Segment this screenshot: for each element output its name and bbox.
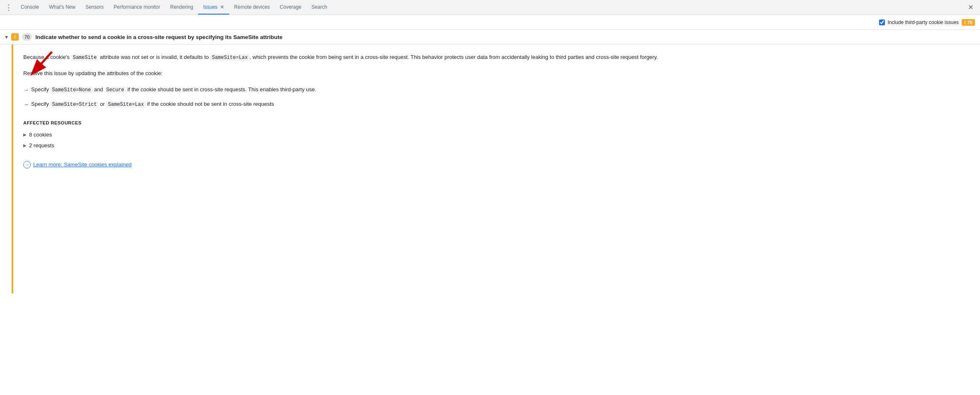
learn-more-link[interactable]: Learn more: SameSite cookies explained: [33, 160, 132, 169]
tab-rendering-label: Rendering: [170, 4, 193, 10]
resource-requests-label: 2 requests: [29, 141, 54, 150]
exclamation-icon: !: [964, 20, 966, 25]
tab-whats-new[interactable]: What's New: [44, 0, 81, 15]
resource-cookies[interactable]: ▶ 8 cookies: [23, 130, 963, 139]
issue-header-row: ▾ ! 70 Indicate whether to send a cookie…: [0, 30, 980, 44]
issue-count-circle: 70: [22, 33, 32, 41]
tab-search-label: Search: [311, 4, 327, 10]
triangle-icon-requests: ▶: [23, 142, 27, 149]
collapse-chevron[interactable]: ▾: [5, 34, 8, 40]
affected-resources-section: AFFECTED RESOURCES ▶ 8 cookies ▶ 2 reque…: [23, 119, 963, 150]
learn-more-section: → Learn more: SameSite cookies explained: [23, 160, 963, 169]
tab-sensors[interactable]: Sensors: [81, 0, 109, 15]
svg-line-1: [33, 52, 52, 73]
tab-sensors-label: Sensors: [86, 4, 104, 10]
issues-toolbar: Include third-party cookie issues ! 70: [0, 15, 980, 30]
resolve-paragraph: Resolve this issue by updating the attri…: [23, 69, 963, 78]
tab-rendering[interactable]: Rendering: [165, 0, 198, 15]
tab-remote-devices-label: Remote devices: [234, 4, 270, 10]
main-content: ▾ ! 70 Indicate whether to send a cookie…: [0, 30, 980, 395]
badge-count: 70: [968, 20, 973, 25]
bullet-item-1: → Specify SameSite=None and Secure if th…: [23, 85, 963, 95]
affected-resources-title: AFFECTED RESOURCES: [23, 119, 963, 127]
tab-performance-monitor[interactable]: Performance monitor: [109, 0, 165, 15]
code-samesite-lax: SameSite=Lax: [106, 101, 145, 108]
tab-console[interactable]: Console: [16, 0, 44, 15]
arrow-annotation: [25, 50, 58, 80]
resource-cookies-label: 8 cookies: [29, 130, 52, 139]
tab-performance-monitor-label: Performance monitor: [114, 4, 160, 10]
issue-detail: Because a cookie's SameSite attribute wa…: [0, 44, 980, 293]
tab-issues-close[interactable]: ✕: [220, 4, 224, 10]
tab-coverage-label: Coverage: [280, 4, 301, 10]
issue-title: Indicate whether to send a cookie in a c…: [35, 34, 282, 40]
issue-count-badge: ! 70: [962, 19, 975, 26]
tab-issues[interactable]: Issues ✕: [198, 0, 229, 15]
code-secure: Secure: [105, 87, 126, 93]
bullet-text-1: Specify SameSite=None and Secure if the …: [31, 85, 316, 94]
bullet-item-2: → Specify SameSite=Strict or SameSite=La…: [23, 100, 963, 109]
learn-more-icon: →: [23, 161, 31, 168]
warning-icon: !: [11, 33, 19, 41]
detail-body: Because a cookie's SameSite attribute wa…: [13, 44, 980, 293]
include-third-party-checkbox-label[interactable]: Include third-party cookie issues: [879, 20, 958, 25]
code-samesite-lax-default: SameSite=Lax: [210, 54, 249, 61]
description-paragraph-1: Because a cookie's SameSite attribute wa…: [23, 53, 963, 62]
bullet-text-2: Specify SameSite=Strict or SameSite=Lax …: [31, 100, 274, 109]
code-samesite-none: SameSite=None: [50, 87, 93, 93]
tab-console-label: Console: [21, 4, 39, 10]
triangle-icon-cookies: ▶: [23, 131, 27, 138]
devtools-close-button[interactable]: ✕: [963, 3, 978, 11]
tab-remote-devices[interactable]: Remote devices: [229, 0, 275, 15]
tab-coverage[interactable]: Coverage: [275, 0, 306, 15]
more-tabs-button[interactable]: ⋮: [2, 0, 16, 15]
code-samesite-strict: SameSite=Strict: [50, 101, 98, 108]
bullet-arrow-2: →: [23, 100, 29, 109]
tab-search[interactable]: Search: [306, 0, 332, 15]
tab-issues-label: Issues: [203, 4, 218, 10]
tab-bar: ⋮ Console What's New Sensors Performance…: [0, 0, 980, 15]
tab-whats-new-label: What's New: [49, 4, 76, 10]
bullet-arrow-1: →: [23, 85, 29, 95]
include-third-party-checkbox[interactable]: [879, 20, 885, 25]
code-samesite: SameSite: [71, 54, 98, 61]
issue-header-wrapper: ▾ ! 70 Indicate whether to send a cookie…: [0, 30, 980, 44]
include-third-party-label: Include third-party cookie issues: [887, 20, 958, 25]
resource-requests[interactable]: ▶ 2 requests: [23, 141, 963, 150]
